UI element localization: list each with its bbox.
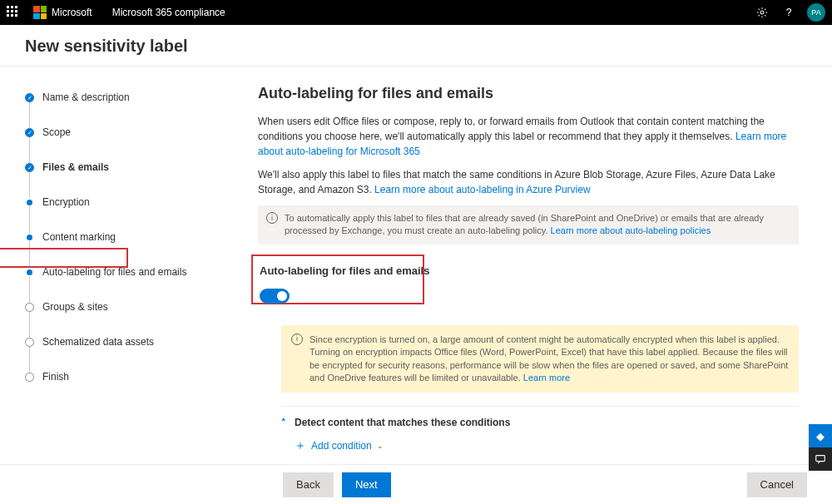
step-schematized[interactable]: Schematized data assets bbox=[25, 336, 241, 371]
brand-text: Microsoft bbox=[52, 7, 92, 18]
toggle-heading: Auto-labeling for files and emails bbox=[260, 264, 797, 277]
microsoft-logo: Microsoft bbox=[33, 6, 92, 19]
step-auto-labeling[interactable]: Auto-labeling for files and emails bbox=[25, 266, 241, 301]
info-icon: i bbox=[266, 212, 278, 224]
chevron-up-icon: ˄ bbox=[281, 418, 286, 428]
learn-more-encryption-link[interactable]: Learn more bbox=[523, 373, 570, 383]
step-finish[interactable]: Finish bbox=[25, 371, 241, 383]
wizard-sidebar: Name & description Scope Files & emails … bbox=[0, 67, 241, 504]
step-scope[interactable]: Scope bbox=[25, 126, 241, 161]
feedback-float-button[interactable] bbox=[809, 447, 832, 471]
svg-point-0 bbox=[760, 11, 764, 14]
step-content-marking[interactable]: Content marking bbox=[25, 231, 241, 266]
page-title: New sensitivity label bbox=[0, 25, 832, 67]
top-header: Microsoft Microsoft 365 compliance ? PA bbox=[0, 0, 832, 25]
learn-more-purview-link[interactable]: Learn more about auto-labeling in Azure … bbox=[374, 184, 591, 195]
auto-labeling-toggle[interactable] bbox=[260, 289, 290, 304]
encryption-warning-bar: i Since encryption is turned on, a large… bbox=[281, 325, 799, 393]
step-encryption[interactable]: Encryption bbox=[25, 196, 241, 231]
info-icon: i bbox=[291, 334, 303, 345]
settings-gear-icon[interactable] bbox=[754, 4, 770, 21]
plus-icon: ＋ bbox=[295, 438, 306, 453]
user-avatar[interactable]: PA bbox=[807, 3, 825, 22]
main-panel: Auto-labeling for files and emails When … bbox=[241, 67, 832, 504]
step-groups-sites[interactable]: Groups & sites bbox=[25, 301, 241, 336]
help-float-button[interactable]: ◆ bbox=[809, 424, 832, 447]
next-button[interactable]: Next bbox=[342, 472, 391, 497]
floating-actions: ◆ bbox=[809, 424, 832, 471]
detect-conditions-header[interactable]: ˄ Detect content that matches these cond… bbox=[281, 406, 799, 428]
cancel-button[interactable]: Cancel bbox=[747, 472, 807, 497]
info-bar-policy: i To automatically apply this label to f… bbox=[258, 205, 799, 245]
app-launcher-icon[interactable] bbox=[7, 6, 20, 19]
step-files-emails[interactable]: Files & emails bbox=[25, 161, 241, 196]
back-button[interactable]: Back bbox=[283, 472, 334, 497]
learn-more-policies-link[interactable]: Learn more about auto-labeling policies bbox=[551, 225, 711, 235]
chevron-down-icon: ⌄ bbox=[377, 442, 384, 450]
add-condition-button[interactable]: ＋ Add condition ⌄ bbox=[295, 438, 799, 453]
svg-rect-1 bbox=[816, 456, 825, 462]
wizard-footer: Back Next Cancel bbox=[0, 464, 832, 504]
main-heading: Auto-labeling for files and emails bbox=[258, 85, 799, 102]
intro-paragraph-1: When users edit Office files or compose,… bbox=[258, 114, 799, 159]
microsoft-squares-icon bbox=[33, 6, 47, 19]
step-name-description[interactable]: Name & description bbox=[25, 91, 241, 126]
product-name: Microsoft 365 compliance bbox=[112, 7, 225, 18]
help-icon[interactable]: ? bbox=[780, 4, 797, 21]
intro-paragraph-2: We'll also apply this label to files tha… bbox=[258, 167, 799, 197]
